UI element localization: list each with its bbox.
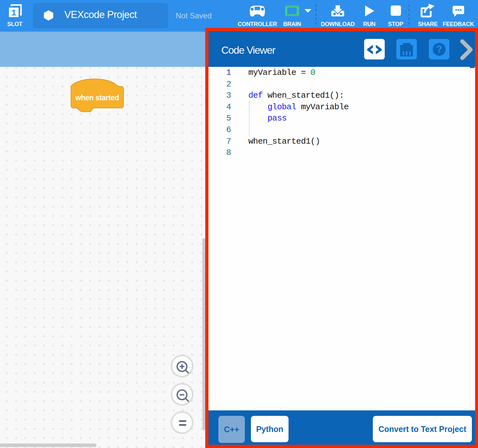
svg-text:?: ? — [436, 44, 442, 55]
svg-text:when started: when started — [75, 94, 119, 102]
svg-text:1: 1 — [11, 8, 16, 18]
